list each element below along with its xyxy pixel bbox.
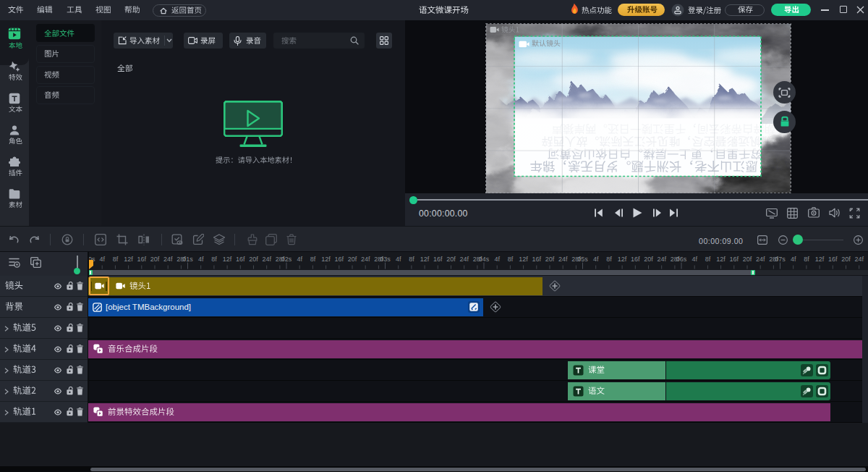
svg-text:16f: 16f <box>730 256 739 263</box>
svg-text:12f: 12f <box>618 256 627 263</box>
svg-text:16f: 16f <box>532 256 542 263</box>
svg-text:8f: 8f <box>310 256 316 263</box>
svg-text:03s: 03s <box>380 256 391 263</box>
svg-text:8f: 8f <box>211 256 217 263</box>
svg-text:12f: 12f <box>716 256 726 263</box>
svg-text:12f: 12f <box>321 256 331 263</box>
svg-text:20f: 20f <box>150 256 160 263</box>
svg-text:16f: 16f <box>828 256 838 263</box>
svg-text:02s: 02s <box>281 256 292 263</box>
svg-text:20f: 20f <box>545 256 555 263</box>
svg-text:24f: 24f <box>756 256 765 263</box>
svg-text:16f: 16f <box>335 256 344 263</box>
svg-text:16f: 16f <box>433 256 443 263</box>
svg-text:4f: 4f <box>791 256 796 263</box>
svg-text:06s: 06s <box>676 256 687 263</box>
svg-text:4f: 4f <box>99 256 105 263</box>
svg-text:4f: 4f <box>593 256 599 263</box>
svg-text:4f: 4f <box>297 256 302 263</box>
svg-text:16f: 16f <box>137 256 147 263</box>
svg-text:20f: 20f <box>249 256 258 263</box>
svg-text:8f: 8f <box>804 256 809 263</box>
svg-text:4f: 4f <box>396 256 401 263</box>
svg-text:12f: 12f <box>420 256 430 263</box>
svg-text:12f: 12f <box>223 256 232 263</box>
svg-text:8f: 8f <box>705 256 711 263</box>
svg-text:12f: 12f <box>124 256 133 263</box>
svg-text:4f: 4f <box>692 256 697 263</box>
svg-text:24f: 24f <box>854 256 864 263</box>
svg-text:12f: 12f <box>815 256 825 263</box>
svg-text:20f: 20f <box>446 256 456 263</box>
svg-text:8f: 8f <box>409 256 414 263</box>
svg-text:20f: 20f <box>348 256 357 263</box>
svg-text:24f: 24f <box>163 256 173 263</box>
svg-text:20f: 20f <box>743 256 752 263</box>
svg-text:4f: 4f <box>494 256 500 263</box>
svg-text:8f: 8f <box>508 256 514 263</box>
svg-text:05s: 05s <box>577 256 588 263</box>
svg-text:16f: 16f <box>236 256 245 263</box>
svg-text:24f: 24f <box>657 256 666 263</box>
svg-text:20f: 20f <box>841 256 851 263</box>
svg-text:24f: 24f <box>558 256 568 263</box>
svg-text:04s: 04s <box>479 256 490 263</box>
svg-text:24f: 24f <box>459 256 469 263</box>
svg-text:24f: 24f <box>262 256 271 263</box>
svg-text:4f: 4f <box>198 256 204 263</box>
svg-text:20f: 20f <box>644 256 653 263</box>
svg-text:12f: 12f <box>519 256 528 263</box>
svg-text:01s: 01s <box>182 256 193 263</box>
svg-text:16f: 16f <box>631 256 640 263</box>
svg-text:8f: 8f <box>606 256 612 263</box>
svg-text:8f: 8f <box>113 256 119 263</box>
svg-text:24f: 24f <box>361 256 370 263</box>
svg-text:07s: 07s <box>775 256 786 263</box>
